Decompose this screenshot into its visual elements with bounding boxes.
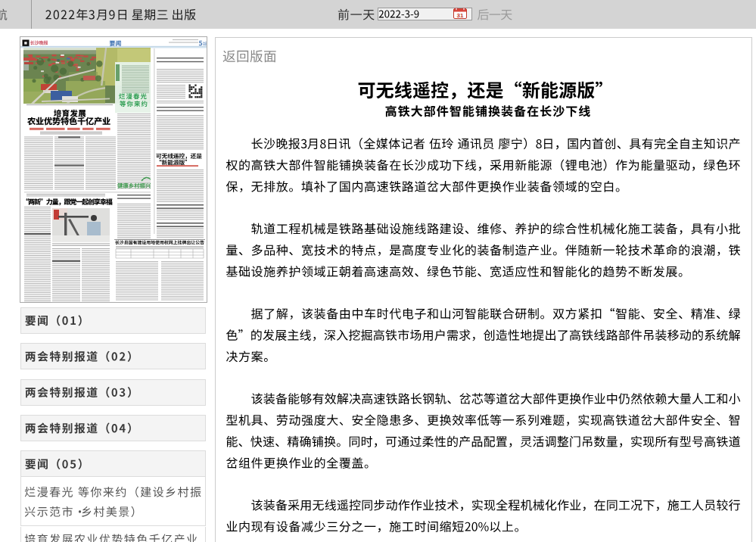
svg-text:31: 31 <box>457 12 464 19</box>
